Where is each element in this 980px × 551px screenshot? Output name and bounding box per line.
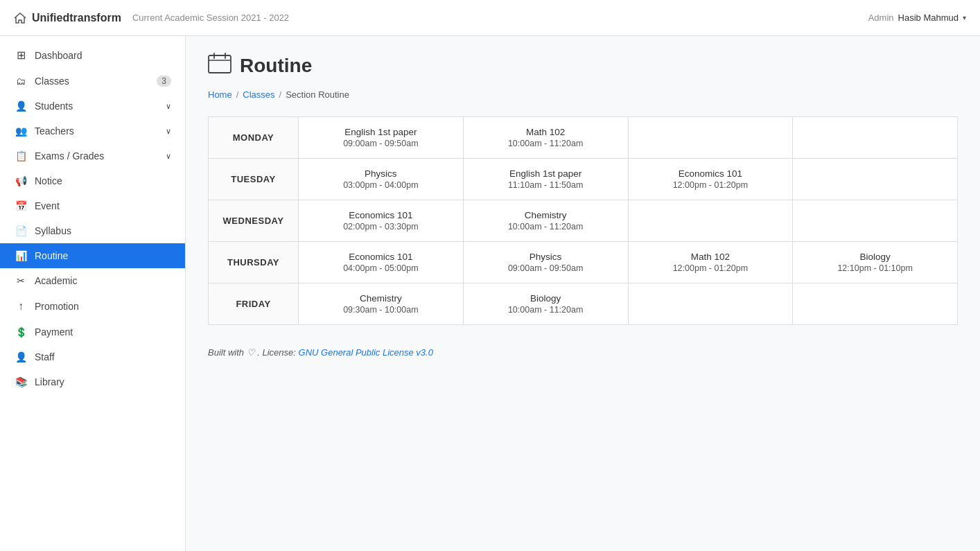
students-icon — [14, 100, 28, 112]
empty-cell — [793, 117, 958, 159]
subject-time: 12:00pm - 01:20pm — [640, 263, 782, 273]
subject-name: Chemistry — [310, 293, 452, 304]
sidebar-item-promotion[interactable]: Promotion — [0, 293, 185, 320]
syllabus-icon — [14, 225, 28, 236]
breadcrumb: Home / Classes / Section Routine — [208, 89, 958, 100]
empty-cell — [793, 200, 958, 242]
routine-table: MONDAYEnglish 1st paper09:00am - 09:50am… — [208, 116, 958, 325]
subject-cell: Economics 10112:00pm - 01:20pm — [628, 159, 793, 200]
subject-name: Chemistry — [475, 210, 617, 220]
navbar-admin-label: Admin — [868, 12, 894, 23]
subject-time: 03:00pm - 04:00pm — [310, 180, 452, 190]
subject-cell: Biology12:10pm - 01:10pm — [793, 242, 958, 283]
subject-name: English 1st paper — [475, 168, 617, 179]
promotion-icon — [14, 300, 28, 313]
empty-cell — [628, 283, 793, 325]
breadcrumb-current: Section Routine — [286, 89, 349, 100]
sidebar-item-academic[interactable]: Academic — [0, 268, 185, 293]
sidebar-item-syllabus[interactable]: Syllabus — [0, 218, 185, 243]
subject-cell: Math 10212:00pm - 01:20pm — [628, 242, 793, 283]
subject-cell: English 1st paper11:10am - 11:50am — [463, 159, 628, 200]
subject-cell: English 1st paper09:00am - 09:50am — [299, 117, 464, 159]
subject-time: 10:00am - 11:20am — [475, 222, 617, 231]
payment-icon — [14, 326, 28, 338]
sidebar-item-students[interactable]: Students∨ — [0, 94, 185, 119]
layout: DashboardClasses3Students∨Teachers∨Exams… — [0, 36, 980, 551]
navbar-session: Current Academic Session 2021 - 2022 — [132, 12, 289, 23]
sidebar: DashboardClasses3Students∨Teachers∨Exams… — [0, 36, 186, 551]
sidebar-item-notice[interactable]: Notice — [0, 168, 185, 193]
breadcrumb-classes[interactable]: Classes — [243, 89, 274, 100]
sidebar-item-routine[interactable]: Routine — [0, 243, 185, 268]
footer-text-before: Built with — [208, 347, 244, 358]
subject-cell: Economics 10104:00pm - 05:00pm — [299, 242, 464, 283]
navbar-left: Unifiedtransform Current Academic Sessio… — [14, 12, 289, 24]
routine-title-icon — [208, 53, 231, 78]
subject-time: 10:00am - 11:20am — [475, 139, 617, 148]
sidebar-item-label-staff: Staff — [35, 351, 55, 362]
day-cell-friday: FRIDAY — [209, 283, 299, 325]
sidebar-item-label-classes: Classes — [35, 76, 69, 87]
sidebar-item-label-dashboard: Dashboard — [35, 50, 82, 61]
sidebar-item-label-promotion: Promotion — [35, 301, 79, 312]
sidebar-item-teachers[interactable]: Teachers∨ — [0, 119, 185, 143]
sidebar-item-library[interactable]: Library — [0, 369, 185, 394]
subject-time: 04:00pm - 05:00pm — [310, 263, 452, 273]
subject-name: Biology — [475, 293, 617, 304]
subject-name: Physics — [475, 252, 617, 262]
table-row: MONDAYEnglish 1st paper09:00am - 09:50am… — [209, 117, 958, 159]
table-row: THURSDAYEconomics 10104:00pm - 05:00pmPh… — [209, 242, 958, 283]
staff-icon — [14, 351, 28, 362]
subject-name: Biology — [804, 252, 946, 262]
footer-text-after: . License: — [257, 347, 296, 358]
sidebar-item-label-students: Students — [35, 100, 73, 112]
page-title-area: Routine — [208, 53, 958, 78]
routine-icon-svg — [208, 53, 231, 73]
sidebar-item-label-notice: Notice — [35, 175, 62, 186]
sidebar-item-dashboard[interactable]: Dashboard — [0, 42, 185, 69]
breadcrumb-home[interactable]: Home — [208, 89, 232, 100]
subject-time: 09:00am - 09:50am — [475, 263, 617, 273]
empty-cell — [628, 200, 793, 242]
sidebar-item-classes[interactable]: Classes3 — [0, 69, 185, 94]
routine-icon — [14, 250, 28, 261]
subject-cell: Chemistry10:00am - 11:20am — [463, 200, 628, 242]
dashboard-icon — [14, 49, 28, 62]
table-row: WEDNESDAYEconomics 10102:00pm - 03:30pmC… — [209, 200, 958, 242]
subject-cell: Chemistry09:30am - 10:00am — [299, 283, 464, 325]
subject-name: Math 102 — [475, 127, 617, 137]
subject-time: 11:10am - 11:50am — [475, 180, 617, 190]
day-cell-monday: MONDAY — [209, 117, 299, 159]
svg-rect-0 — [209, 55, 231, 73]
subject-name: Economics 101 — [640, 168, 782, 179]
table-row: FRIDAYChemistry09:30am - 10:00amBiology1… — [209, 283, 958, 325]
day-cell-wednesday: WEDNESDAY — [209, 200, 299, 242]
sidebar-item-label-syllabus: Syllabus — [35, 225, 71, 236]
navbar-caret-icon[interactable]: ▾ — [963, 14, 966, 21]
subject-time: 09:30am - 10:00am — [310, 305, 452, 315]
footer-heart: ♡ — [247, 347, 255, 358]
sidebar-item-label-exams-grades: Exams / Grades — [35, 150, 104, 161]
subject-cell: Physics09:00am - 09:50am — [463, 242, 628, 283]
empty-cell — [628, 117, 793, 159]
sidebar-item-label-academic: Academic — [35, 275, 77, 286]
footer: Built with ♡ . License: GNU General Publ… — [208, 347, 958, 358]
sidebar-item-label-routine: Routine — [35, 250, 68, 261]
subject-name: English 1st paper — [310, 127, 452, 137]
sidebar-badge-classes: 3 — [157, 76, 171, 87]
sidebar-item-payment[interactable]: Payment — [0, 320, 185, 344]
sidebar-item-exams-grades[interactable]: Exams / Grades∨ — [0, 143, 185, 168]
table-row: TUESDAYPhysics03:00pm - 04:00pmEnglish 1… — [209, 159, 958, 200]
notice-icon — [14, 175, 28, 186]
subject-name: Economics 101 — [310, 210, 452, 220]
sidebar-item-event[interactable]: Event — [0, 193, 185, 218]
subject-time: 12:10pm - 01:10pm — [804, 263, 946, 273]
teachers-icon — [14, 125, 28, 137]
sidebar-item-label-event: Event — [35, 200, 60, 211]
sidebar-item-staff[interactable]: Staff — [0, 344, 185, 369]
footer-license-link[interactable]: GNU General Public License v3.0 — [299, 347, 433, 358]
breadcrumb-sep-1: / — [236, 89, 239, 100]
breadcrumb-sep-2: / — [279, 89, 282, 100]
navbar-user: Hasib Mahmud — [898, 12, 959, 23]
subject-time: 12:00pm - 01:20pm — [640, 180, 782, 190]
